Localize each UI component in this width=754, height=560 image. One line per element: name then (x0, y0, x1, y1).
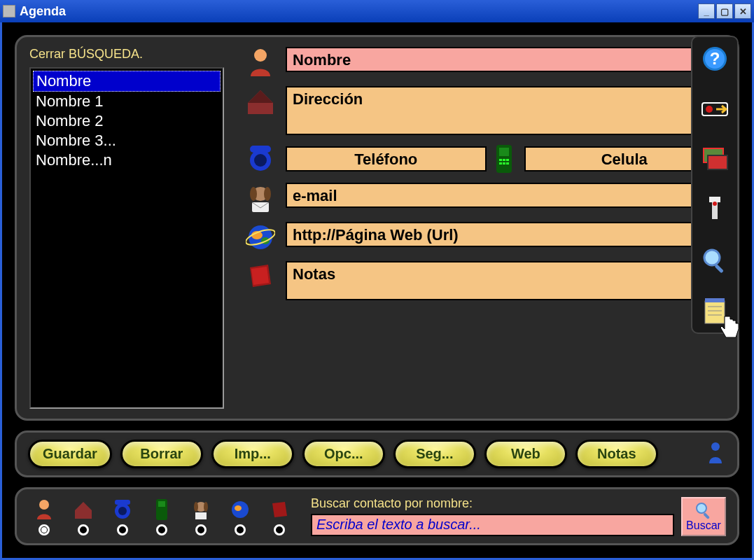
notas-button[interactable]: Notas (575, 440, 658, 468)
filter-mobile[interactable] (146, 498, 178, 536)
side-toolbar: ? (691, 36, 739, 334)
house-icon (245, 86, 276, 117)
email-field[interactable]: e-mail (286, 183, 725, 208)
window-controls: _ ▢ ✕ (698, 4, 751, 19)
filter-email[interactable] (185, 498, 217, 536)
notas-row: Notas ▲ ▼ (245, 261, 706, 300)
cards-icon[interactable] (700, 145, 729, 174)
nombre-field[interactable]: Nombre (286, 47, 725, 72)
filter-phone[interactable] (106, 498, 139, 536)
filter-mobile-radio[interactable] (156, 524, 167, 536)
svg-point-46 (204, 502, 208, 512)
name-list-item[interactable]: Nombre 2 (33, 111, 221, 131)
name-list-item[interactable]: Nombre 1 (33, 92, 221, 111)
filter-email-radio[interactable] (195, 524, 207, 536)
person-icon (34, 498, 54, 522)
imprimir-button[interactable]: Imp... (211, 440, 294, 468)
dog-mail-icon (190, 498, 211, 522)
opciones-button[interactable]: Opc... (302, 440, 385, 468)
svg-rect-33 (705, 298, 725, 302)
svg-rect-5 (499, 148, 509, 156)
svg-point-14 (264, 187, 271, 201)
buscar-button[interactable]: Buscar (681, 497, 726, 536)
svg-rect-10 (503, 162, 505, 164)
svg-point-37 (711, 442, 720, 451)
filter-web[interactable] (224, 498, 256, 536)
search-label: Buscar contacto por nombre: (311, 496, 674, 511)
svg-rect-11 (506, 162, 509, 164)
app-window: Agenda _ ▢ ✕ Cerrar BÚSQUEDA. NombreNomb… (0, 0, 754, 560)
svg-rect-9 (499, 162, 502, 164)
svg-rect-47 (195, 512, 207, 519)
filter-phone-radio[interactable] (117, 524, 128, 536)
guardar-button[interactable]: Guardar (28, 440, 112, 468)
svg-point-2 (254, 154, 267, 167)
search-magnify-icon[interactable] (700, 246, 729, 275)
svg-rect-31 (714, 264, 723, 273)
filter-notes[interactable] (263, 498, 295, 536)
close-button[interactable]: ✕ (734, 4, 751, 19)
nombre-row: Nombre (245, 47, 725, 78)
svg-point-29 (713, 202, 717, 206)
globe-icon (245, 222, 276, 253)
app-body: Cerrar BÚSQUEDA. NombreNombre 1Nombre 2N… (0, 22, 754, 560)
help-icon[interactable]: ? (700, 44, 729, 74)
filter-notes-radio[interactable] (274, 524, 285, 536)
filter-person-radio[interactable] (39, 524, 50, 536)
person-small-icon[interactable] (706, 441, 726, 468)
app-icon (3, 5, 15, 18)
phone-icon (112, 498, 133, 522)
web-button[interactable]: Web (484, 440, 567, 468)
svg-point-49 (235, 505, 242, 511)
tools-icon[interactable] (700, 195, 729, 225)
filter-web-radio[interactable] (235, 524, 246, 536)
name-list-item[interactable]: Nombre...n (33, 150, 221, 170)
seguridad-button[interactable]: Seg... (393, 440, 476, 468)
mobile-icon (494, 144, 517, 174)
svg-point-45 (194, 502, 198, 512)
buscar-button-label: Buscar (686, 519, 721, 532)
direccion-row: Dirección (245, 86, 725, 135)
globe-icon (230, 498, 251, 522)
name-list-item[interactable]: Nombre (33, 71, 221, 92)
svg-rect-41 (115, 500, 130, 505)
form-column: Nombre Dirección Teléfono (245, 47, 725, 409)
main-panel: Cerrar BÚSQUEDA. NombreNombre 1Nombre 2N… (15, 35, 739, 421)
telefono-field[interactable]: Teléfono (286, 146, 487, 172)
minimize-button[interactable]: _ (698, 4, 715, 19)
url-field[interactable]: http://Página Web (Url) (286, 222, 725, 247)
svg-text:?: ? (710, 49, 720, 68)
shortcut-icon[interactable] (700, 94, 729, 124)
filter-house[interactable] (67, 498, 99, 536)
svg-rect-3 (250, 146, 271, 153)
filter-house-radio[interactable] (78, 524, 89, 536)
svg-rect-8 (506, 159, 509, 161)
direccion-field[interactable]: Dirección (286, 86, 725, 135)
svg-rect-43 (158, 501, 165, 507)
notas-field[interactable]: Notas ▲ ▼ (286, 261, 706, 300)
maximize-button[interactable]: ▢ (716, 4, 733, 19)
svg-rect-32 (705, 301, 725, 323)
filter-person[interactable] (28, 498, 60, 536)
telefono-row: Teléfono Celula (245, 144, 725, 174)
notas-text: Notas (293, 265, 335, 283)
name-list[interactable]: NombreNombre 1Nombre 2Nombre 3...Nombre.… (29, 67, 224, 409)
notepad-icon[interactable] (700, 296, 729, 326)
svg-rect-26 (708, 155, 727, 169)
borrar-button[interactable]: Borrar (120, 440, 203, 468)
email-row: e-mail (245, 183, 725, 214)
svg-point-24 (706, 106, 713, 113)
close-search-label: Cerrar BÚSQUEDA. (29, 47, 224, 62)
search-box-area: Buscar contacto por nombre: Escriba el t… (311, 496, 674, 536)
button-bar: Guardar Borrar Imp... Opc... Seg... Web … (15, 430, 739, 477)
book-icon (270, 498, 289, 522)
name-list-item[interactable]: Nombre 3... (33, 131, 221, 150)
svg-point-40 (118, 507, 127, 515)
mobile-icon (155, 498, 169, 522)
url-row: http://Página Web (Url) (245, 222, 725, 253)
left-column: Cerrar BÚSQUEDA. NombreNombre 1Nombre 2N… (29, 47, 224, 409)
dog-mail-icon (245, 183, 276, 214)
svg-point-0 (254, 49, 267, 62)
svg-point-30 (704, 250, 720, 265)
search-input[interactable]: Escriba el texto a buscar... (311, 514, 674, 536)
